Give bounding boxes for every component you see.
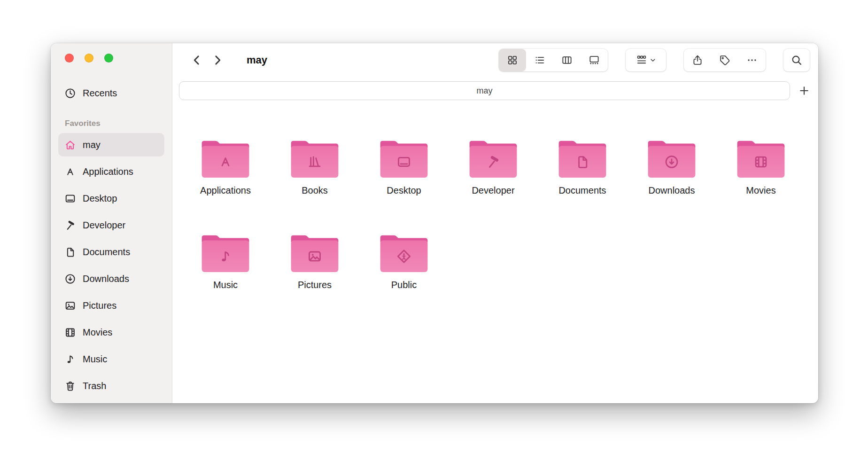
share-icon — [691, 54, 704, 66]
content-area: ApplicationsBooksDesktopDeveloperDocumen… — [172, 105, 818, 403]
traffic-light-close[interactable] — [65, 54, 74, 63]
sidebar-item-label: Pictures — [83, 300, 116, 311]
forward-button[interactable] — [207, 50, 228, 70]
view-columns-icon — [561, 54, 573, 66]
desktop-icon — [64, 192, 77, 205]
folder-grid: ApplicationsBooksDesktopDeveloperDocumen… — [181, 138, 818, 290]
folder-item-documents[interactable]: Documents — [540, 138, 625, 196]
folder-item-desktop[interactable]: Desktop — [362, 138, 446, 196]
photo-icon — [64, 299, 77, 312]
back-button[interactable] — [186, 50, 207, 70]
tags-button[interactable] — [711, 49, 738, 71]
note-icon — [64, 353, 77, 366]
traffic-light-zoom[interactable] — [104, 54, 113, 63]
search-button[interactable] — [783, 49, 810, 71]
view-mode-switcher — [499, 49, 608, 71]
folder-label: Documents — [558, 185, 606, 196]
sidebar-item-applications[interactable]: Applications — [58, 160, 164, 183]
new-tab-button[interactable] — [790, 81, 818, 100]
traffic-light-minimize[interactable] — [85, 54, 93, 63]
sidebar-list: RecentsFavoritesmayApplicationsDesktopDe… — [58, 81, 164, 398]
ellipsis-icon — [746, 54, 758, 66]
sidebar-item-pictures[interactable]: Pictures — [58, 294, 164, 317]
search-icon — [790, 54, 803, 66]
plus-icon — [798, 84, 811, 97]
sidebar-item-music[interactable]: Music — [58, 347, 164, 371]
view-list-icon — [534, 54, 546, 66]
tab-label: may — [476, 86, 492, 96]
sidebar-item-may[interactable]: may — [58, 133, 164, 156]
folder-item-pictures[interactable]: Pictures — [272, 233, 357, 290]
sidebar-item-movies[interactable]: Movies — [58, 320, 164, 344]
sidebar-item-label: Trash — [83, 381, 106, 391]
sidebar-item-recents[interactable]: Recents — [58, 81, 164, 105]
view-grid-icon — [506, 54, 519, 66]
folder-item-public[interactable]: Public — [362, 233, 446, 290]
chevron-left-icon — [190, 53, 204, 67]
traffic-lights — [58, 54, 164, 63]
window-title: may — [247, 54, 267, 66]
folder-label: Music — [213, 280, 238, 290]
appstore-icon — [64, 165, 77, 178]
sidebar-section-title: Favorites — [65, 119, 164, 128]
sidebar-item-label: Movies — [83, 327, 112, 338]
folder-item-movies[interactable]: Movies — [719, 138, 803, 196]
folder-icon — [467, 138, 519, 179]
view-gallery-icon — [588, 54, 600, 66]
tab-may[interactable]: may — [179, 81, 790, 100]
folder-item-downloads[interactable]: Downloads — [629, 138, 714, 196]
document-icon — [64, 246, 77, 258]
sidebar-item-label: Desktop — [83, 193, 117, 204]
folder-icon — [288, 138, 341, 179]
folder-item-music[interactable]: Music — [183, 233, 268, 290]
finder-window: RecentsFavoritesmayApplicationsDesktopDe… — [51, 43, 818, 403]
folder-item-applications[interactable]: Applications — [183, 138, 268, 196]
tag-icon — [719, 54, 731, 66]
folder-item-developer[interactable]: Developer — [451, 138, 535, 196]
view-mode-columns[interactable] — [553, 49, 581, 71]
sidebar-item-label: Applications — [83, 166, 133, 177]
chevron-down-icon — [649, 56, 657, 64]
share-button[interactable] — [684, 49, 711, 71]
folder-icon — [556, 138, 609, 179]
folder-icon — [378, 138, 430, 179]
sidebar-item-trash[interactable]: Trash — [58, 374, 164, 398]
folder-icon — [378, 233, 430, 273]
view-mode-gallery[interactable] — [581, 49, 608, 71]
group-rows-icon — [636, 54, 648, 66]
download-icon — [64, 273, 77, 285]
folder-label: Pictures — [298, 280, 332, 290]
folder-label: Public — [391, 280, 417, 290]
sidebar-item-label: Documents — [83, 247, 130, 258]
view-mode-icons[interactable] — [499, 49, 526, 71]
house-icon — [64, 139, 77, 151]
sidebar-item-desktop[interactable]: Desktop — [58, 187, 164, 210]
folder-item-books[interactable]: Books — [272, 138, 357, 196]
trash-icon — [64, 380, 77, 392]
folder-label: Applications — [200, 185, 251, 196]
more-button[interactable] — [738, 49, 766, 71]
group-button[interactable] — [626, 49, 666, 71]
sidebar-item-documents[interactable]: Documents — [58, 240, 164, 264]
folder-label: Downloads — [649, 185, 695, 196]
folder-icon — [645, 138, 698, 179]
sidebar-item-downloads[interactable]: Downloads — [58, 267, 164, 290]
sidebar-item-label: Recents — [83, 88, 117, 99]
hammer-icon — [64, 219, 77, 232]
sidebar: RecentsFavoritesmayApplicationsDesktopDe… — [51, 43, 172, 403]
folder-label: Desktop — [387, 185, 421, 196]
tab-bar: may — [172, 77, 818, 105]
chevron-right-icon — [210, 53, 225, 67]
folder-label: Developer — [472, 185, 514, 196]
sidebar-item-label: may — [83, 140, 101, 150]
folder-icon — [199, 233, 252, 273]
sidebar-item-label: Developer — [83, 220, 125, 231]
folder-icon — [735, 138, 787, 179]
folder-label: Movies — [746, 185, 775, 196]
sidebar-item-label: Music — [83, 354, 107, 365]
sidebar-item-developer[interactable]: Developer — [58, 213, 164, 237]
toolbar: may — [172, 43, 818, 77]
main-area: may may ApplicationsBooksDesktopDevelope… — [172, 43, 818, 403]
film-icon — [64, 326, 77, 339]
view-mode-list[interactable] — [526, 49, 553, 71]
